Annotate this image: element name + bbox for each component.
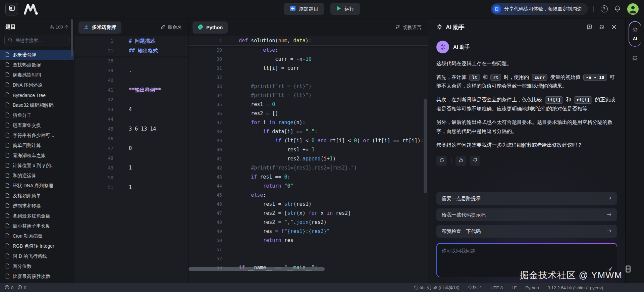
- sidebar-item[interactable]: 拿到最多红包金额: [0, 211, 74, 221]
- sidebar-item[interactable]: Cion 勒索病毒: [0, 231, 74, 241]
- sidebar-item[interactable]: 计算位置 x 到 y 的...: [0, 161, 74, 171]
- ai-suggestion-button[interactable]: 帮我检查一下代码: [436, 225, 617, 238]
- code-line[interactable]: 48 res2 = ",".join(res2): [189, 218, 428, 227]
- code-line[interactable]: 32: [189, 73, 428, 82]
- sidebar-item[interactable]: Base32 编码和解码: [0, 100, 74, 110]
- code-line[interactable]: 31 lt[i] = curr: [189, 64, 428, 73]
- debug-button[interactable]: [632, 55, 638, 62]
- code-line[interactable]: 45 else:: [189, 191, 428, 200]
- sidebar-item[interactable]: 进制求和转换: [0, 201, 74, 211]
- avatar[interactable]: [627, 3, 639, 15]
- close-panel-button[interactable]: [611, 24, 617, 31]
- md-line[interactable]: 453 6 13 14: [74, 124, 188, 134]
- problem-tab[interactable]: 多米诺骨牌: [78, 21, 121, 34]
- problem-editor[interactable]: 1# 问题描述21## 输出格式 3839.4041**输出样例**424344…: [74, 36, 188, 283]
- encoding-setting[interactable]: UTF-8: [490, 285, 503, 290]
- sidebar-item[interactable]: RGB 色值转 Integer: [0, 241, 74, 251]
- ai-suggestion-button[interactable]: 给我一些代码提示吧: [436, 208, 617, 221]
- m-logo[interactable]: [23, 3, 39, 15]
- code-line[interactable]: 50 return res: [189, 236, 428, 245]
- search-input[interactable]: 关键字搜索...: [4, 35, 69, 46]
- ai-input[interactable]: 你可以问我问题: [436, 243, 617, 277]
- code-editor[interactable]: 1def solution(num, data): 29 else:30 cur…: [189, 36, 428, 283]
- md-line[interactable]: 1# 问题描述: [74, 36, 188, 46]
- sidebar-item[interactable]: 简单四则计算: [0, 141, 74, 151]
- code-line[interactable]: 41 res2.append(i+1): [189, 154, 428, 163]
- sidebar-item[interactable]: 病毒感染时间: [0, 70, 74, 80]
- sidebar-item[interactable]: 最小替换子串长度: [0, 221, 74, 231]
- panel-toggle-button[interactable]: [5, 3, 18, 15]
- ai-suggestion-button[interactable]: 需要一点思路提示: [436, 192, 617, 205]
- eol-setting[interactable]: LF: [512, 285, 517, 290]
- notifications-button[interactable]: [612, 4, 623, 14]
- md-line[interactable]: 42: [74, 95, 188, 105]
- md-line[interactable]: 491: [74, 163, 188, 173]
- md-line[interactable]: 44: [74, 114, 188, 124]
- code-line[interactable]: 46 res1 = str(res1): [189, 200, 428, 209]
- sidebar-item[interactable]: 及格如此简单: [0, 191, 74, 201]
- sidebar-item[interactable]: 环状 DNA 序列整理: [0, 181, 74, 191]
- send-button[interactable]: [605, 266, 613, 274]
- code-line[interactable]: 39 if (lt[i] < 0 and rt[i] < 0) or (lt[i…: [189, 136, 428, 145]
- code-line[interactable]: 40 res1 += 1: [189, 145, 428, 154]
- ai-toggle-button[interactable]: AI: [629, 21, 641, 47]
- code-line[interactable]: 44 return "0": [189, 182, 428, 191]
- code-line[interactable]: 51: [189, 245, 428, 254]
- add-problem-button[interactable]: 添加题目: [284, 3, 324, 15]
- md-line[interactable]: 48: [74, 153, 188, 163]
- sidebar-item[interactable]: 百分位数: [0, 261, 74, 272]
- code-line[interactable]: 35 res1 = 0: [189, 100, 428, 109]
- code-line[interactable]: 38 if data[i] == ".":: [189, 127, 428, 136]
- errors-indicator[interactable]: 0: [5, 285, 13, 291]
- code-line[interactable]: 34 #print(f"lt = {lt}"): [189, 91, 428, 100]
- scrollbar-thumb[interactable]: [189, 267, 325, 271]
- history-button[interactable]: [598, 23, 605, 32]
- sidebar-item[interactable]: 多米诺骨牌: [0, 50, 74, 60]
- sidebar-scrollbar[interactable]: [71, 19, 73, 57]
- code-line[interactable]: 52: [189, 254, 428, 263]
- md-line[interactable]: 46: [74, 134, 188, 144]
- code-line[interactable]: 1def solution(num, data):: [189, 36, 428, 45]
- code-line[interactable]: 37 for i in range(n):: [189, 118, 428, 127]
- code-line[interactable]: 29 else:: [189, 46, 428, 55]
- sidebar-item[interactable]: 猫鱼分干: [0, 110, 74, 120]
- code-line[interactable]: 47 res2 = [str(x) for x in res2]: [189, 209, 428, 218]
- md-line[interactable]: 21## 输出格式: [74, 46, 188, 56]
- code-line[interactable]: 33 #print(f"rt = {rt}"): [189, 82, 428, 91]
- code-horizontal-scrollbar[interactable]: [189, 267, 428, 271]
- code-line[interactable]: 42 #print(f"res1={res1},res2={res2}."): [189, 163, 428, 173]
- code-line[interactable]: 43 if res1 == 0:: [189, 173, 428, 182]
- indent-setting[interactable]: 空格: 4: [468, 285, 482, 291]
- sidebar-item[interactable]: 链表聚集交换: [0, 120, 74, 131]
- sidebar-item[interactable]: 字符串有多少种可...: [0, 131, 74, 141]
- help-button[interactable]: ?: [599, 4, 609, 14]
- md-line[interactable]: 40: [74, 76, 188, 85]
- md-line[interactable]: 470: [74, 144, 188, 153]
- md-line[interactable]: 38: [74, 56, 188, 66]
- promo-banner[interactable]: 分享代码练习体验，领限量定制周边: [491, 3, 588, 15]
- warnings-indicator[interactable]: 0: [17, 285, 26, 291]
- md-line[interactable]: 50: [74, 173, 188, 183]
- sidebar-item[interactable]: 查找热点数据: [0, 60, 74, 70]
- sidebar-item[interactable]: 比赛最高获胜次数: [0, 272, 74, 282]
- md-line[interactable]: 511: [74, 183, 188, 192]
- sidebar-item[interactable]: DNA 序列还原: [0, 80, 74, 90]
- language-tab[interactable]: Python: [193, 21, 228, 34]
- switch-language-button[interactable]: 切换语言: [393, 25, 424, 31]
- interpreter-info[interactable]: 3.12.2 64-bit ('shims': pyenv): [548, 285, 603, 290]
- sidebar-item[interactable]: 阿 D 的飞行路线: [0, 251, 74, 261]
- sidebar-item[interactable]: 和的逆运算: [0, 171, 74, 181]
- ai-conversation[interactable]: AI 助手 这段代码在逻辑上存在一些问题。首先，在计算 lt 和 rt 时，使用…: [436, 36, 617, 238]
- thumb-up-button[interactable]: [455, 156, 466, 166]
- code-vertical-scrollbar[interactable]: [424, 99, 427, 193]
- sidebar-item[interactable]: Bytedance Tree: [0, 90, 74, 100]
- code-line[interactable]: 36 res2 = []: [189, 109, 428, 118]
- md-line[interactable]: 434: [74, 105, 188, 114]
- sidebar-item[interactable]: 青海湖租车之旅: [0, 151, 74, 161]
- rename-button[interactable]: 重命名: [159, 25, 184, 31]
- code-line[interactable]: 30 curr = -n-10: [189, 55, 428, 64]
- md-line[interactable]: 41**输出样例**: [74, 85, 188, 95]
- run-button[interactable]: 运行: [330, 3, 360, 15]
- cursor-position[interactable]: 行 55, 列 58 (已选择13): [414, 285, 460, 291]
- language-mode[interactable]: Python: [525, 285, 539, 290]
